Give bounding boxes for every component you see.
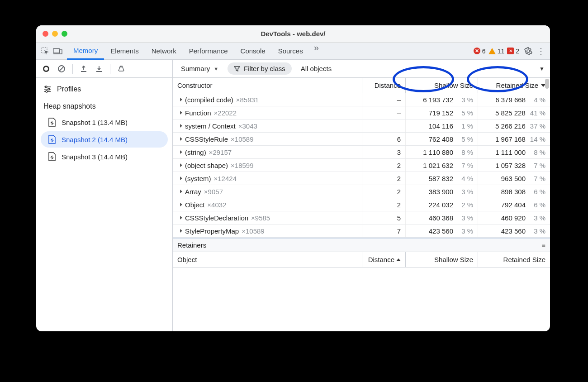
distance-value: 2 (362, 172, 405, 185)
expand-icon[interactable] (180, 229, 182, 233)
retainers-header: Object Distance Shallow Size Retained Si… (173, 252, 550, 267)
collect-garbage-icon[interactable] (115, 62, 128, 75)
filter-icon (234, 66, 240, 72)
distance-value: – (362, 119, 405, 132)
profiles-sidebar: Profiles Heap snapshots Snapshot 1 (13.4… (36, 78, 173, 331)
col-shallow-size[interactable]: Shallow Size (405, 78, 478, 93)
scrollbar[interactable] (545, 79, 549, 240)
retained-size-pct: 8 % (530, 148, 545, 156)
tab-sources[interactable]: Sources (272, 43, 309, 60)
tab-elements[interactable]: Elements (104, 43, 145, 60)
device-toolbar-icon[interactable] (52, 45, 64, 57)
close-window-button[interactable] (43, 31, 48, 37)
retained-size-value: 6 379 668 (495, 96, 526, 104)
clear-button[interactable] (55, 62, 68, 75)
table-row[interactable]: Function ×22022–719 1525 %5 825 22841 % (173, 106, 550, 119)
expand-icon[interactable] (180, 190, 182, 193)
snapshot-item-active[interactable]: Snapshot 2 (14.4 MB) (41, 131, 168, 148)
shallow-size-value: 1 021 632 (423, 162, 453, 169)
maximize-window-button[interactable] (62, 31, 67, 37)
tab-network[interactable]: Network (145, 43, 183, 60)
expand-icon[interactable] (180, 137, 182, 141)
profiles-label: Profiles (57, 85, 81, 93)
table-row[interactable]: Object ×40322224 0322 %792 4046 % (173, 198, 550, 211)
instance-count: ×4032 (207, 201, 226, 209)
shallow-size-pct: 4 % (458, 175, 473, 182)
expand-icon[interactable] (180, 98, 182, 101)
retained-size-value: 963 500 (501, 175, 526, 182)
instance-count: ×3043 (238, 122, 257, 130)
table-row[interactable]: (string) ×2915731 110 8808 %1 111 0008 % (173, 146, 550, 159)
profiles-heading[interactable]: Profiles (36, 81, 172, 98)
snapshot-item[interactable]: Snapshot 3 (14.4 MB) (41, 148, 168, 165)
table-row[interactable]: (compiled code) ×85931–6 193 7323 %6 379… (173, 93, 550, 106)
snapshot-item[interactable]: Snapshot 1 (13.4 MB) (41, 114, 168, 130)
distance-value: 3 (362, 146, 405, 158)
scrollbar-thumb[interactable] (545, 79, 549, 89)
more-tabs-icon[interactable]: » (309, 43, 323, 60)
constructor-name: Object (185, 201, 204, 209)
retainers-col-distance[interactable]: Distance (362, 252, 405, 267)
panel-tabbar: Memory Elements Network Performance Cons… (36, 43, 550, 60)
class-filter[interactable]: Filter by class (228, 62, 292, 75)
kebab-menu-icon[interactable]: ⋮ (535, 45, 547, 57)
expand-icon[interactable] (180, 177, 182, 180)
constructor-name: (object shape) (185, 162, 228, 169)
record-button[interactable] (40, 62, 52, 75)
retained-size-pct: 41 % (530, 109, 545, 117)
minimize-window-button[interactable] (52, 31, 58, 37)
retainers-col-shallow[interactable]: Shallow Size (405, 252, 478, 267)
constructor-name: (system) (185, 175, 211, 182)
snapshot-file-icon (48, 135, 56, 144)
settings-icon[interactable] (522, 45, 535, 57)
col-constructor[interactable]: Constructor (173, 78, 362, 93)
heap-snapshots-heading: Heap snapshots (36, 98, 172, 113)
heap-table: Constructor Distance Shallow Size Retain… (173, 78, 550, 331)
expand-icon[interactable] (180, 124, 182, 128)
table-header: Constructor Distance Shallow Size Retain… (173, 78, 550, 93)
table-row[interactable]: CSSStyleDeclaration ×95855460 3683 %460 … (173, 211, 550, 224)
expand-icon[interactable] (180, 163, 182, 167)
retainers-body (173, 267, 550, 331)
expand-icon[interactable] (180, 203, 182, 206)
hamburger-icon[interactable]: ≡ (541, 241, 545, 249)
upload-icon[interactable] (77, 62, 90, 75)
download-icon[interactable] (93, 62, 105, 75)
distance-value: 5 (362, 211, 405, 224)
instance-count: ×9585 (251, 214, 270, 222)
expand-icon[interactable] (180, 111, 182, 115)
shallow-size-pct: 7 % (458, 162, 473, 169)
instance-count: ×9057 (204, 188, 223, 196)
col-retained-size[interactable]: Retained Size (478, 78, 550, 93)
retained-size-pct: 7 % (530, 175, 545, 182)
retainers-col-object[interactable]: Object (173, 252, 362, 267)
issue-count: 2 (516, 48, 519, 55)
table-row[interactable]: (object shape) ×1859921 021 6327 %1 057 … (173, 159, 550, 172)
retained-size-pct: 6 % (530, 188, 545, 196)
retained-size-value: 460 920 (501, 214, 526, 222)
table-row[interactable]: Array ×90572383 9003 %898 3086 % (173, 185, 550, 198)
retained-size-value: 5 266 216 (495, 122, 526, 130)
object-scope-select[interactable]: All objects (297, 63, 335, 74)
issues-counter[interactable]: ✕6 11 ✕2 (474, 48, 519, 55)
table-row[interactable]: StylePropertyMap ×105897423 5603 %423 56… (173, 224, 550, 238)
inspect-element-icon[interactable] (39, 45, 52, 57)
constructor-name: system / Context (185, 122, 236, 130)
col-distance[interactable]: Distance (362, 78, 405, 93)
retainers-col-retained[interactable]: Retained Size (478, 252, 550, 267)
table-row[interactable]: (system) ×124242587 8324 %963 5007 % (173, 172, 550, 185)
constructor-name: CSSStyleDeclaration (185, 214, 248, 222)
shallow-size-value: 104 116 (429, 122, 453, 130)
error-icon: ✕ (474, 48, 480, 54)
table-row[interactable]: CSSStyleRule ×105896762 4085 %1 967 1681… (173, 133, 550, 146)
tab-console[interactable]: Console (234, 43, 272, 60)
expand-icon[interactable] (180, 216, 182, 220)
retained-size-value: 423 560 (501, 227, 526, 235)
view-select[interactable]: Summary ▼ (177, 63, 222, 74)
titlebar: DevTools - web.dev/ (36, 25, 550, 43)
expand-icon[interactable] (180, 150, 182, 154)
tab-performance[interactable]: Performance (183, 43, 234, 60)
tab-memory[interactable]: Memory (67, 43, 104, 60)
table-row[interactable]: system / Context ×3043–104 1161 %5 266 2… (173, 119, 550, 133)
chevron-down-icon[interactable]: ▼ (539, 66, 545, 72)
